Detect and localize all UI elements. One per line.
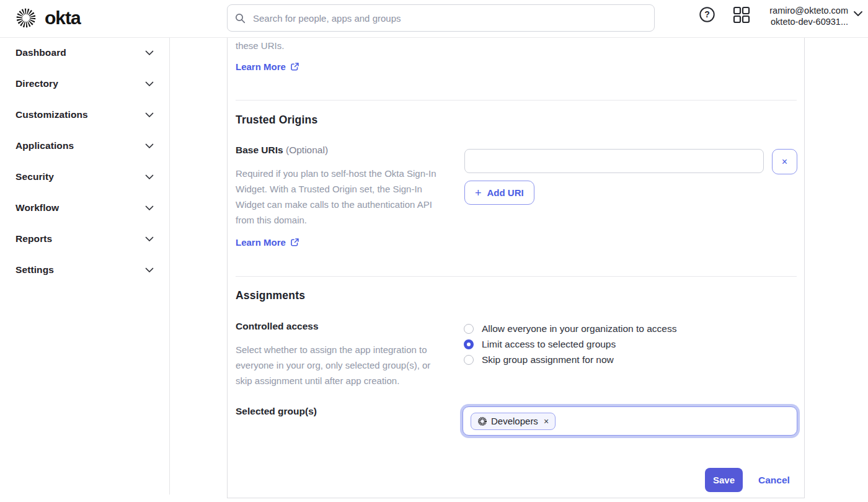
okta-logo[interactable]: okta bbox=[16, 7, 81, 29]
account-org: okteto-dev-60931... bbox=[769, 16, 848, 27]
global-search[interactable] bbox=[227, 4, 655, 32]
base-uri-input[interactable] bbox=[464, 149, 764, 173]
help-icon[interactable]: ? bbox=[699, 6, 715, 25]
cancel-button[interactable]: Cancel bbox=[758, 468, 790, 492]
sidebar-item-security[interactable]: Security bbox=[0, 161, 169, 192]
sidebar-item-reports[interactable]: Reports bbox=[0, 223, 169, 254]
sidebar-item-workflow[interactable]: Workflow bbox=[0, 192, 169, 223]
close-icon: × bbox=[782, 156, 787, 168]
chevron-down-icon bbox=[145, 47, 154, 58]
save-button[interactable]: Save bbox=[705, 468, 743, 492]
chevron-down-icon bbox=[145, 264, 154, 276]
sidebar-item-applications[interactable]: Applications bbox=[0, 130, 169, 161]
radio-option-allow-everyone[interactable]: Allow everyone in your organization to a… bbox=[464, 321, 676, 336]
chevron-down-icon bbox=[145, 140, 154, 151]
trusted-origins-title: Trusted Origins bbox=[236, 114, 317, 127]
radio-input[interactable] bbox=[464, 339, 474, 349]
radio-option-skip-assignment[interactable]: Skip group assignment for now bbox=[464, 352, 676, 367]
chevron-down-icon bbox=[145, 233, 154, 244]
add-uri-button[interactable]: + Add URI bbox=[464, 181, 534, 205]
sidebar-divider bbox=[169, 37, 170, 495]
chevron-down-icon bbox=[145, 202, 154, 213]
sidebar-item-directory[interactable]: Directory bbox=[0, 68, 169, 99]
sidebar-nav: Dashboard Directory Customizations Appli… bbox=[0, 37, 169, 285]
base-uris-description: Required if you plan to self-host the Ok… bbox=[236, 166, 447, 228]
selected-groups-input[interactable]: Developers × bbox=[463, 406, 797, 436]
okta-wordmark: okta bbox=[45, 7, 81, 29]
remove-group-icon[interactable]: × bbox=[544, 416, 549, 426]
top-header: okta ? ramiro@okteto.com okteto-dev-6093… bbox=[0, 0, 868, 38]
sidebar-item-dashboard[interactable]: Dashboard bbox=[0, 37, 169, 68]
group-chip-developers: Developers × bbox=[471, 413, 556, 430]
radio-option-limit-access[interactable]: Limit access to selected groups bbox=[464, 336, 676, 352]
radio-input[interactable] bbox=[464, 324, 474, 334]
sidebar-item-settings[interactable]: Settings bbox=[0, 254, 169, 285]
section-divider bbox=[236, 276, 797, 277]
account-menu[interactable]: ramiro@okteto.com okteto-dev-60931... bbox=[769, 5, 848, 27]
controlled-access-label: Controlled access bbox=[236, 321, 319, 332]
controlled-access-description: Select whether to assign the app integra… bbox=[236, 342, 447, 388]
learn-more-link-redirect[interactable]: Learn More bbox=[236, 61, 299, 72]
app-settings-card: these URIs. Learn More Trusted Origins B… bbox=[227, 37, 805, 498]
external-link-icon bbox=[290, 62, 299, 71]
section-divider bbox=[236, 100, 797, 101]
radio-input[interactable] bbox=[464, 355, 474, 365]
account-chevron-down-icon[interactable] bbox=[853, 8, 863, 19]
selected-groups-label: Selected group(s) bbox=[236, 406, 317, 417]
account-email: ramiro@okteto.com bbox=[769, 5, 848, 16]
apps-grid-icon[interactable] bbox=[732, 6, 750, 26]
base-uris-label: Base URIs (Optional) bbox=[236, 145, 328, 156]
chevron-down-icon bbox=[145, 109, 154, 120]
sidebar-item-customizations[interactable]: Customizations bbox=[0, 99, 169, 130]
external-link-icon bbox=[290, 238, 299, 247]
clipped-description-text: these URIs. bbox=[236, 38, 284, 53]
okta-group-icon bbox=[477, 416, 487, 426]
okta-sunburst-icon bbox=[16, 7, 37, 29]
search-input[interactable] bbox=[252, 12, 647, 24]
remove-uri-button[interactable]: × bbox=[772, 149, 797, 174]
plus-icon: + bbox=[475, 187, 482, 199]
search-icon bbox=[235, 13, 246, 24]
optional-tag: (Optional) bbox=[286, 145, 328, 155]
assignments-title: Assignments bbox=[236, 289, 305, 302]
chevron-down-icon bbox=[145, 78, 154, 89]
svg-text:?: ? bbox=[704, 9, 710, 19]
controlled-access-radio-group: Allow everyone in your organization to a… bbox=[464, 321, 676, 367]
chevron-down-icon bbox=[145, 171, 154, 182]
learn-more-link-trusted-origins[interactable]: Learn More bbox=[236, 237, 299, 248]
